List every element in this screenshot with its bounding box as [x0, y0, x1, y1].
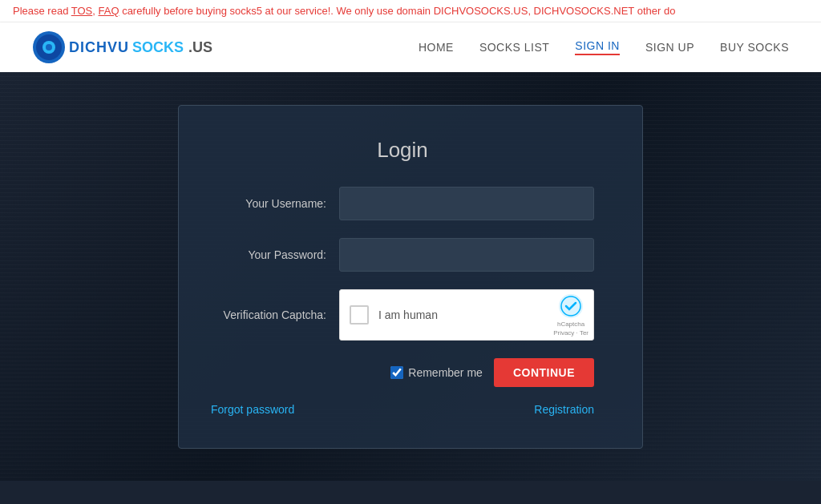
- captcha-brand-label: hCaptcha: [557, 321, 584, 328]
- captcha-label: Verification Captcha:: [211, 308, 339, 321]
- remember-text: Remember me: [408, 366, 483, 379]
- header: DICHVU SOCKS .US HOME SOCKS LIST SIGN IN…: [0, 22, 821, 72]
- login-card: Login Your Username: Your Password: Veri…: [178, 105, 643, 449]
- logo-text-us: .US: [188, 39, 212, 56]
- logo: DICHVU SOCKS .US: [32, 30, 212, 64]
- action-row: Remember me CONTINUE: [339, 358, 594, 387]
- registration-link[interactable]: Registration: [534, 403, 594, 416]
- password-label: Your Password:: [211, 248, 339, 261]
- hcaptcha-icon: [558, 293, 584, 319]
- links-row: Forgot password Registration: [211, 403, 594, 416]
- password-row: Your Password:: [211, 238, 594, 272]
- username-row: Your Username:: [211, 187, 594, 220]
- nav-sign-up[interactable]: SIGN UP: [645, 41, 694, 54]
- logo-text-dichvu: DICHVU: [69, 39, 129, 56]
- username-label: Your Username:: [211, 197, 339, 210]
- nav-buy-socks[interactable]: BUY SOCKS: [720, 41, 789, 54]
- warning-text: Please read TOS, FAQ carefully before bu…: [13, 5, 675, 17]
- tos-link[interactable]: TOS: [71, 5, 93, 17]
- svg-point-4: [559, 294, 583, 318]
- main-content: Login Your Username: Your Password: Veri…: [0, 72, 821, 481]
- nav-sign-in[interactable]: SIGN IN: [575, 39, 620, 55]
- forgot-password-link[interactable]: Forgot password: [211, 403, 294, 416]
- captcha-brand-area: hCaptcha Privacy · Ter: [553, 293, 588, 337]
- login-title: Login: [211, 138, 594, 163]
- captcha-checkbox[interactable]: [350, 305, 369, 325]
- nav-home[interactable]: HOME: [419, 41, 454, 54]
- password-input[interactable]: [339, 238, 594, 272]
- logo-icon: [32, 30, 66, 64]
- svg-point-3: [46, 44, 52, 50]
- warning-bar: Please read TOS, FAQ carefully before bu…: [0, 0, 821, 22]
- captcha-privacy-text: Privacy · Ter: [553, 329, 588, 337]
- captcha-row: Verification Captcha: I am human hCaptch…: [211, 289, 594, 341]
- captcha-widget[interactable]: I am human hCaptcha Privacy · Ter: [339, 289, 594, 341]
- main-nav: HOME SOCKS LIST SIGN IN SIGN UP BUY SOCK…: [419, 39, 789, 55]
- remember-label[interactable]: Remember me: [390, 366, 483, 379]
- remember-checkbox[interactable]: [390, 366, 403, 379]
- continue-button[interactable]: CONTINUE: [494, 358, 594, 387]
- faq-link[interactable]: FAQ: [99, 5, 119, 17]
- username-input[interactable]: [339, 187, 594, 220]
- logo-text-socks: SOCKS: [132, 39, 184, 56]
- nav-socks-list[interactable]: SOCKS LIST: [479, 41, 549, 54]
